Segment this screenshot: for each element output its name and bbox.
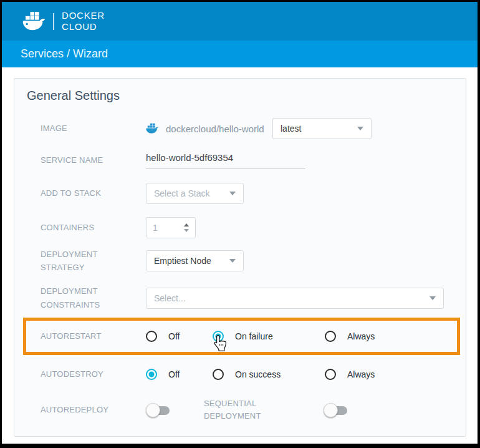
stack-select[interactable]: Select a Stack [146,183,244,204]
containers-value: 1 [153,223,184,233]
radio-icon [146,331,157,342]
chevron-down-icon [229,259,236,263]
toggle-knob [146,403,160,417]
stack-label: ADD TO STACK [41,187,146,200]
chevron-down-icon [430,296,436,300]
containers-stepper[interactable]: 1 [146,217,196,238]
strategy-value: Emptiest Node [154,256,211,266]
radio-icon [213,331,224,342]
breadcrumb-bar: Services / Wizard [2,41,478,67]
image-row: IMAGE dockercloud/hello-world latest [14,118,466,139]
autoredeploy-label: AUTOREDEPLOY [41,403,146,416]
radio-option-label: Off [168,369,180,379]
general-settings-panel: General Settings IMAGE dockercloud/hello… [14,78,466,437]
autorestart-row-highlight: AUTORESTART Off On failure Always [23,318,460,355]
autorestart-option-always[interactable]: Always [325,331,375,342]
top-bar: DOCKER CLOUD [2,2,478,41]
autorestart-option-off[interactable]: Off [146,331,213,342]
service-name-row: SERVICE NAME [14,150,466,170]
brand-text: DOCKER CLOUD [62,10,105,32]
brand-divider [53,13,54,30]
stepper-arrows [184,223,189,232]
toggle-knob [324,403,338,417]
image-repo: dockercloud/hello-world [166,124,266,134]
containers-row: CONTAINERS 1 [14,217,466,238]
autorestart-option-on-failure[interactable]: On failure [213,331,325,342]
strategy-label: DEPLOYMENT STRATEGY [41,248,146,275]
docker-whale-icon [22,11,47,32]
image-label: IMAGE [41,122,146,135]
decrement-icon[interactable] [184,229,189,232]
chevron-down-icon [229,192,236,195]
radio-option-label: On success [235,369,281,379]
docker-image-icon [146,123,160,135]
radio-icon [325,331,336,342]
radio-option-label: Always [347,369,375,379]
breadcrumb: Services / Wizard [21,47,108,61]
autodestroy-label: AUTODESTROY [41,368,146,381]
image-tag-value: latest [281,124,301,134]
autorestart-label: AUTORESTART [41,329,146,343]
autodestroy-option-on-success[interactable]: On success [213,369,325,380]
brand-line1: DOCKER [62,10,105,21]
chevron-down-icon [357,127,363,130]
radio-option-label: On failure [235,331,273,341]
constraints-placeholder: Select... [154,293,186,303]
constraints-row: DEPLOYMENT CONSTRAINTS Select... [14,287,466,309]
stack-row: ADD TO STACK Select a Stack [14,183,466,204]
image-control: dockercloud/hello-world latest [146,118,372,139]
radio-icon [213,369,224,380]
containers-label: CONTAINERS [41,221,146,234]
service-name-label: SERVICE NAME [41,153,146,167]
image-tag-select[interactable]: latest [272,118,372,139]
autodestroy-option-always[interactable]: Always [325,369,375,380]
app-window: DOCKER CLOUD Services / Wizard General S… [0,0,480,448]
radio-option-label: Always [347,331,375,341]
docker-cloud-logo[interactable]: DOCKER CLOUD [22,10,105,32]
strategy-select[interactable]: Emptiest Node [146,250,244,271]
constraints-select[interactable]: Select... [146,288,444,309]
radio-icon [146,369,157,380]
radio-option-label: Off [168,331,180,341]
sequential-deployment-toggle[interactable] [324,403,347,417]
sequential-deployment-label: SEQUENTIAL DEPLOYMENT [204,397,274,422]
strategy-row: DEPLOYMENT STRATEGY Emptiest Node [14,250,466,271]
brand-line2: CLOUD [62,21,105,32]
autoredeploy-toggle[interactable] [146,403,170,417]
service-name-input[interactable] [146,152,305,169]
autodestroy-row: AUTODESTROY Off On success Always [14,364,466,385]
stack-placeholder: Select a Stack [154,188,210,198]
constraints-label: DEPLOYMENT CONSTRAINTS [41,285,146,311]
page-title: General Settings [27,89,466,106]
radio-icon [325,369,336,380]
increment-icon[interactable] [184,223,189,226]
autoredeploy-row: AUTOREDEPLOY SEQUENTIAL DEPLOYMENT [14,398,466,422]
autodestroy-option-off[interactable]: Off [146,369,213,380]
